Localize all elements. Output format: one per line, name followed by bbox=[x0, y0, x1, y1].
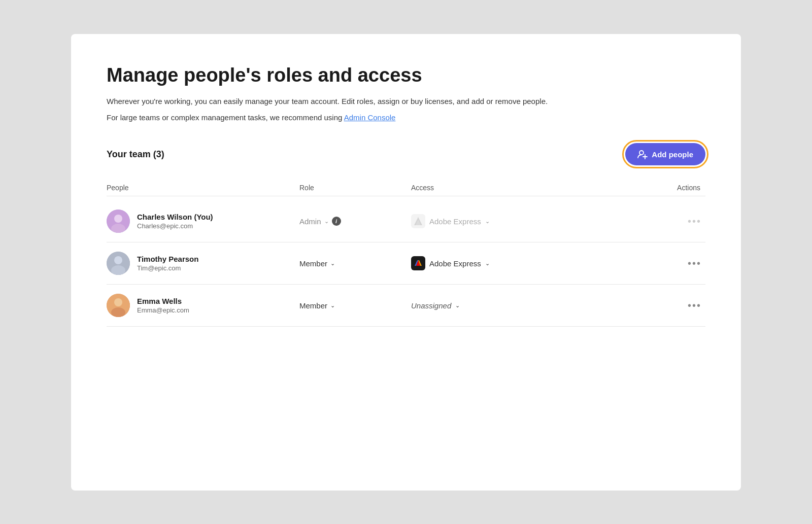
col-actions: Actions bbox=[553, 184, 705, 192]
chevron-down-icon-charles[interactable]: ⌄ bbox=[324, 218, 329, 225]
chevron-down-icon-emma-access[interactable]: ⌄ bbox=[455, 302, 460, 309]
col-role: Role bbox=[299, 184, 411, 192]
access-text-timothy: Adobe Express bbox=[429, 259, 481, 268]
person-info-timothy: Timothy Pearson Tim@epic.com bbox=[137, 255, 198, 272]
avatar-timothy bbox=[107, 252, 130, 275]
admin-console-link[interactable]: Admin Console bbox=[344, 113, 396, 122]
access-text-emma: Unassigned bbox=[411, 301, 451, 310]
chevron-down-icon-charles-access[interactable]: ⌄ bbox=[485, 218, 490, 225]
person-info-emma: Emma Wells Emma@epic.com bbox=[137, 297, 189, 314]
svg-point-4 bbox=[114, 215, 122, 223]
col-access: Access bbox=[411, 184, 553, 192]
role-cell-emma: Member ⌄ bbox=[299, 301, 411, 310]
role-text-charles: Admin bbox=[299, 217, 321, 226]
actions-cell-charles: ••• bbox=[553, 214, 705, 228]
svg-point-17 bbox=[114, 298, 122, 306]
table-row: Timothy Pearson Tim@epic.com Member ⌄ Ad… bbox=[107, 242, 705, 285]
role-cell-charles: Admin ⌄ i bbox=[299, 217, 411, 226]
person-cell-timothy: Timothy Pearson Tim@epic.com bbox=[107, 252, 299, 275]
avatar-charles bbox=[107, 209, 130, 233]
main-card: Manage people's roles and access Whereve… bbox=[71, 34, 741, 491]
adobe-express-icon-charles bbox=[411, 214, 425, 228]
access-text-charles: Adobe Express bbox=[429, 217, 481, 226]
person-email-charles: Charles@epic.com bbox=[137, 222, 213, 230]
table-row: Emma Wells Emma@epic.com Member ⌄ Unassi… bbox=[107, 285, 705, 327]
person-name-emma: Emma Wells bbox=[137, 297, 189, 305]
chevron-down-icon-timothy-access[interactable]: ⌄ bbox=[485, 260, 490, 267]
info-icon-charles[interactable]: i bbox=[332, 217, 341, 226]
role-text-emma: Member bbox=[299, 301, 327, 310]
team-title: Your team (3) bbox=[107, 149, 164, 160]
add-person-icon bbox=[637, 149, 648, 159]
adobe-express-icon-timothy bbox=[411, 256, 425, 270]
person-cell-emma: Emma Wells Emma@epic.com bbox=[107, 294, 299, 317]
avatar-emma bbox=[107, 294, 130, 317]
more-actions-button-emma[interactable]: ••• bbox=[684, 298, 705, 312]
page-title: Manage people's roles and access bbox=[107, 64, 705, 87]
person-info-charles: Charles Wilson (You) Charles@epic.com bbox=[137, 213, 213, 230]
actions-cell-timothy: ••• bbox=[553, 256, 705, 270]
team-header: Your team (3) Add people bbox=[107, 143, 705, 165]
role-cell-timothy: Member ⌄ bbox=[299, 259, 411, 268]
add-people-label: Add people bbox=[652, 150, 693, 159]
person-name-charles: Charles Wilson (You) bbox=[137, 213, 213, 221]
actions-cell-emma: ••• bbox=[553, 298, 705, 312]
person-name-timothy: Timothy Pearson bbox=[137, 255, 198, 263]
col-people: People bbox=[107, 184, 299, 192]
person-cell-charles: Charles Wilson (You) Charles@epic.com bbox=[107, 209, 299, 233]
table-row: Charles Wilson (You) Charles@epic.com Ad… bbox=[107, 200, 705, 242]
add-people-button[interactable]: Add people bbox=[625, 143, 705, 165]
subtitle-line1: Wherever you're working, you can easily … bbox=[107, 95, 705, 108]
svg-point-0 bbox=[639, 151, 644, 155]
person-email-timothy: Tim@epic.com bbox=[137, 264, 198, 272]
access-cell-emma: Unassigned ⌄ bbox=[411, 301, 553, 310]
access-cell-charles: Adobe Express ⌄ bbox=[411, 214, 553, 228]
more-actions-button-charles: ••• bbox=[684, 214, 705, 228]
subtitle-line2: For large teams or complex management ta… bbox=[107, 112, 705, 124]
chevron-down-icon-timothy[interactable]: ⌄ bbox=[330, 260, 335, 267]
svg-point-9 bbox=[114, 256, 122, 264]
role-text-timothy: Member bbox=[299, 259, 327, 268]
chevron-down-icon-emma[interactable]: ⌄ bbox=[330, 302, 335, 309]
person-email-emma: Emma@epic.com bbox=[137, 306, 189, 314]
table-header: People Role Access Actions bbox=[107, 180, 705, 196]
access-cell-timothy: Adobe Express ⌄ bbox=[411, 256, 553, 270]
more-actions-button-timothy[interactable]: ••• bbox=[684, 256, 705, 270]
